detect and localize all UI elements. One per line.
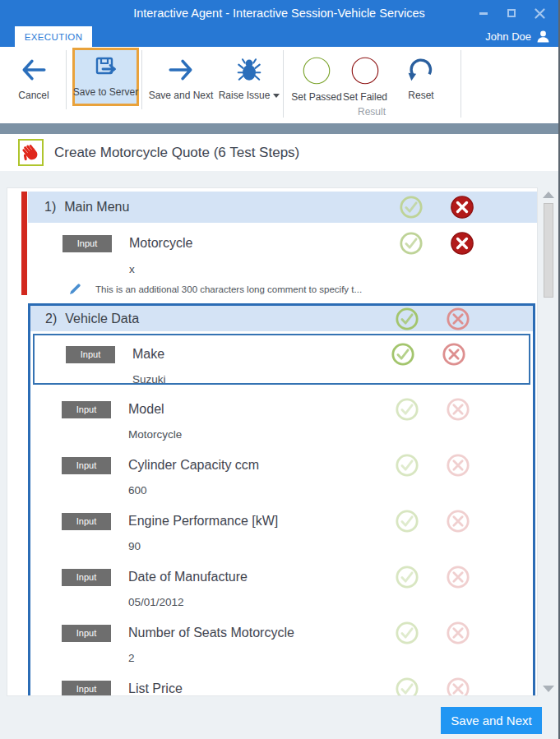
toolbar-separator (66, 50, 67, 109)
fail-icon[interactable] (446, 453, 470, 478)
tab-execution[interactable]: EXECUTION (15, 26, 92, 47)
pass-icon[interactable] (399, 195, 423, 219)
pass-icon[interactable] (391, 342, 415, 367)
input-row-date-of-manufacture[interactable]: Input Date of Manufacture 05/01/2012 (30, 555, 533, 611)
input-label: Engine Performance [kW] (128, 514, 278, 529)
input-row-list-price[interactable]: Input List Price (30, 667, 533, 696)
input-badge: Input (62, 235, 112, 252)
input-row-engine-performance[interactable]: Input Engine Performance [kW] 90 (30, 499, 533, 555)
input-value: 2 (30, 652, 533, 664)
fail-icon[interactable] (446, 677, 470, 696)
raise-issue-button[interactable]: Raise Issue (219, 51, 280, 101)
input-badge: Input (62, 569, 111, 586)
input-value: 05/01/2012 (30, 596, 533, 608)
set-passed-button[interactable]: Set Passed (289, 51, 344, 103)
fail-icon[interactable] (446, 509, 470, 533)
set-passed-label: Set Passed (291, 91, 341, 103)
user-menu[interactable]: John Doe (485, 26, 550, 47)
step-name: Main Menu (64, 200, 129, 215)
arrow-left-icon (20, 56, 48, 84)
fail-icon[interactable] (442, 342, 466, 367)
bug-icon (235, 56, 263, 84)
input-value: 600 (30, 484, 533, 497)
fail-icon[interactable] (446, 397, 470, 422)
step-2-header[interactable]: 2) Vehicle Data (30, 306, 533, 331)
set-failed-button[interactable]: Set Failed (342, 51, 388, 103)
input-label: Number of Seats Motorcycle (128, 626, 294, 640)
input-row-make-selected[interactable]: Input Make Suzuki (33, 334, 530, 385)
input-value: Motorcycle (30, 428, 533, 441)
step-1-header[interactable]: 1) Main Menu (28, 192, 537, 223)
scrollbar[interactable] (540, 188, 557, 695)
minimize-button[interactable] (470, 2, 498, 25)
cancel-button[interactable]: Cancel (8, 51, 59, 101)
input-badge: Input (62, 457, 111, 474)
toolbar: Cancel Save to Server Save and Next (0, 47, 558, 123)
save-and-next-label: Save and Next (149, 90, 214, 101)
fail-icon[interactable] (450, 195, 474, 219)
arrow-right-icon (167, 56, 195, 84)
input-row-number-of-seats[interactable]: Input Number of Seats Motorcycle 2 (30, 611, 533, 667)
step-number: 2) (45, 312, 57, 326)
red-hand-icon (21, 142, 41, 163)
user-name: John Doe (485, 30, 531, 43)
session-title: Create Motorcycle Quote (6 Test Steps) (54, 145, 299, 161)
pencil-icon[interactable] (67, 282, 82, 297)
input-label: Motorcycle (129, 236, 192, 251)
fail-icon[interactable] (446, 565, 470, 589)
pass-icon[interactable] (395, 621, 419, 645)
input-row-cylinder-capacity[interactable]: Input Cylinder Capacity ccm 600 (30, 443, 533, 499)
tab-bar: EXECUTION John Doe (0, 26, 558, 47)
toolbar-separator (141, 50, 142, 109)
step-name: Vehicle Data (65, 312, 139, 326)
close-icon (535, 8, 545, 19)
scroll-up-arrow[interactable] (543, 192, 554, 198)
fail-icon[interactable] (446, 621, 470, 645)
reset-button[interactable]: Reset (400, 51, 442, 101)
pass-icon[interactable] (395, 509, 419, 533)
input-label: Cylinder Capacity ccm (128, 458, 259, 473)
window-controls (470, 0, 553, 26)
save-and-next-button[interactable]: Save and Next (145, 51, 217, 101)
scroll-down-arrow[interactable] (543, 686, 554, 692)
comment-text: This is an additional 300 characters lon… (95, 284, 362, 294)
pass-icon[interactable] (399, 231, 423, 256)
pass-icon[interactable] (395, 453, 419, 478)
scrollbar-thumb[interactable] (544, 203, 553, 298)
maximize-icon (507, 9, 516, 17)
pass-icon[interactable] (395, 677, 419, 696)
window-title: Interactive Agent - Interactive Session-… (133, 7, 425, 20)
input-row-model[interactable]: Input Model Motorcycle (30, 387, 533, 443)
manual-step-box (18, 139, 44, 166)
input-value: 90 (30, 540, 533, 552)
save-and-next-footer-button[interactable]: Save and Next (441, 707, 542, 734)
test-steps-panel: 1) Main Menu Input Motorcycle (7, 187, 538, 696)
input-label: Make (132, 347, 164, 362)
save-to-server-button[interactable]: Save to Server (72, 48, 139, 106)
close-button[interactable] (525, 2, 553, 25)
input-label: List Price (128, 681, 183, 696)
input-badge: Input (62, 513, 111, 530)
maximize-button[interactable] (498, 2, 525, 25)
input-badge: Input (66, 346, 115, 363)
input-row-motorcycle[interactable]: Input Motorcycle x This is an additional… (28, 231, 537, 297)
pass-icon[interactable] (395, 565, 419, 589)
dropdown-caret-icon (273, 94, 280, 98)
app-window: Interactive Agent - Interactive Session-… (0, 0, 560, 739)
test-step-2: 2) Vehicle Data Input Make (28, 303, 535, 696)
pass-icon[interactable] (395, 307, 419, 331)
user-icon (536, 30, 550, 44)
pass-icon[interactable] (395, 397, 419, 422)
cancel-label: Cancel (18, 90, 49, 101)
set-passed-icon (302, 56, 331, 85)
input-badge: Input (62, 401, 111, 418)
fail-icon[interactable] (450, 231, 474, 256)
session-header: Create Motorcycle Quote (6 Test Steps) (0, 134, 558, 171)
result-group-label: Result (283, 106, 460, 118)
set-failed-icon (350, 56, 380, 85)
save-to-server-label: Save to Server (73, 86, 138, 98)
input-badge: Input (62, 625, 111, 642)
fail-icon[interactable] (446, 307, 470, 331)
input-value: Suzuki (35, 373, 529, 386)
content-gap (0, 171, 558, 187)
